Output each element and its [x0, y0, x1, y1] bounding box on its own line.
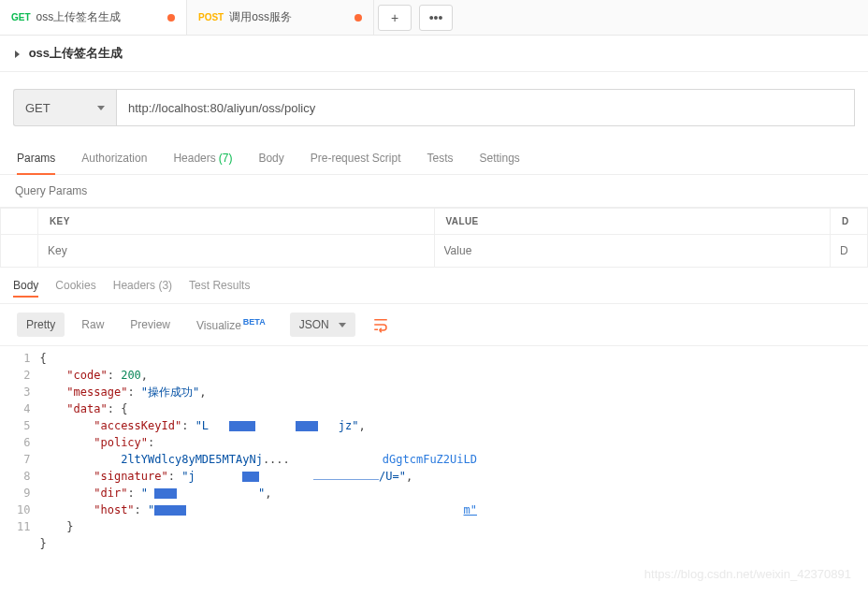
- line-number: 2: [17, 367, 30, 384]
- key-input[interactable]: [48, 240, 425, 261]
- tab-invoke-oss[interactable]: POST 调用oss服务: [187, 0, 374, 35]
- request-tabs-bar: GET oss上传签名生成 POST 调用oss服务 + •••: [0, 0, 868, 36]
- breadcrumb[interactable]: oss上传签名生成: [0, 36, 868, 72]
- unsaved-dot-icon: [354, 14, 362, 22]
- line-number: 10: [17, 502, 30, 518]
- view-visualize-button[interactable]: VisualizeBETA: [187, 312, 275, 338]
- view-preview-button[interactable]: Preview: [121, 313, 180, 337]
- url-row: GET: [0, 72, 868, 141]
- breadcrumb-title: oss上传签名生成: [29, 46, 123, 60]
- beta-badge: BETA: [243, 317, 266, 327]
- resp-tab-test-results[interactable]: Test Results: [189, 279, 250, 298]
- value-input[interactable]: [444, 240, 821, 261]
- view-pretty-button[interactable]: Pretty: [17, 313, 65, 337]
- subtab-label: Params: [17, 152, 55, 165]
- wrap-icon: [372, 316, 389, 333]
- format-dropdown[interactable]: JSON: [290, 313, 355, 337]
- response-toolbar: Pretty Raw Preview VisualizeBETA JSON: [0, 303, 868, 346]
- subtab-settings[interactable]: Settings: [480, 141, 520, 174]
- line-number: 6: [17, 434, 30, 451]
- line-number: 3: [17, 384, 30, 400]
- line-number: 5: [17, 417, 30, 434]
- desc-header: D: [831, 209, 868, 235]
- tab-oss-signature[interactable]: GET oss上传签名生成: [0, 0, 187, 35]
- line-number: 9: [17, 485, 30, 502]
- count-badge: (3): [158, 279, 172, 292]
- chevron-right-icon: [15, 51, 20, 58]
- table-row: [1, 235, 868, 268]
- subtab-label: Authorization: [81, 152, 147, 165]
- tab-title: oss上传签名生成: [36, 9, 122, 25]
- resp-tab-body[interactable]: Body: [13, 279, 38, 298]
- url-input[interactable]: [116, 89, 855, 126]
- method-badge-post: POST: [198, 12, 224, 22]
- subtab-params[interactable]: Params: [17, 141, 55, 174]
- subtab-tests[interactable]: Tests: [427, 141, 453, 174]
- code-content: { "code": 200, "message": "操作成功", "data"…: [39, 350, 477, 552]
- subtab-label: Body: [258, 152, 283, 165]
- desc-input[interactable]: [840, 240, 858, 261]
- checkbox-header: [1, 209, 38, 235]
- line-number: 11: [17, 518, 30, 535]
- subtab-prerequest[interactable]: Pre-request Script: [311, 141, 401, 174]
- resp-tab-cookies[interactable]: Cookies: [55, 279, 95, 298]
- line-number: 1: [17, 350, 30, 367]
- view-visualize-label: Visualize: [196, 319, 241, 332]
- http-method-label: GET: [25, 101, 51, 115]
- http-method-dropdown[interactable]: GET: [13, 89, 116, 126]
- subtab-authorization[interactable]: Authorization: [81, 141, 147, 174]
- resp-tab-label: Headers: [113, 279, 155, 292]
- method-badge-get: GET: [11, 12, 31, 22]
- value-header: VALUE: [434, 209, 831, 235]
- response-tabs: Body Cookies Headers (3) Test Results: [0, 268, 868, 303]
- count-badge: (7): [219, 152, 233, 165]
- query-params-table: KEY VALUE D: [0, 208, 868, 268]
- view-raw-button[interactable]: Raw: [72, 313, 113, 337]
- resp-tab-label: Test Results: [189, 279, 250, 292]
- key-header: KEY: [38, 209, 435, 235]
- subtab-label: Headers: [173, 152, 215, 165]
- unsaved-dot-icon: [167, 14, 175, 22]
- subtab-headers[interactable]: Headers(7): [173, 141, 232, 174]
- resp-tab-label: Body: [13, 279, 38, 292]
- new-tab-button[interactable]: +: [378, 5, 412, 31]
- tab-overflow-button[interactable]: •••: [419, 5, 453, 31]
- line-gutter: 1 2 3 4 5 6 7 8 9 10 11: [0, 350, 39, 552]
- subtab-body[interactable]: Body: [258, 141, 283, 174]
- subtab-label: Settings: [480, 152, 520, 165]
- request-subtabs: Params Authorization Headers(7) Body Pre…: [0, 141, 868, 175]
- resp-tab-headers[interactable]: Headers (3): [113, 279, 172, 298]
- resp-tab-label: Cookies: [55, 279, 95, 292]
- response-body[interactable]: 1 2 3 4 5 6 7 8 9 10 11 { "code": 200, "…: [0, 346, 868, 552]
- tab-title: 调用oss服务: [229, 9, 292, 25]
- subtab-label: Tests: [427, 152, 453, 165]
- chevron-down-icon: [339, 323, 346, 327]
- line-number: 4: [17, 400, 30, 417]
- line-number: 8: [17, 468, 30, 485]
- query-params-title: Query Params: [0, 175, 868, 208]
- wrap-lines-button[interactable]: [372, 316, 389, 333]
- format-label: JSON: [299, 318, 329, 331]
- subtab-label: Pre-request Script: [311, 152, 401, 165]
- chevron-down-icon: [97, 106, 105, 110]
- line-number: 7: [17, 451, 30, 468]
